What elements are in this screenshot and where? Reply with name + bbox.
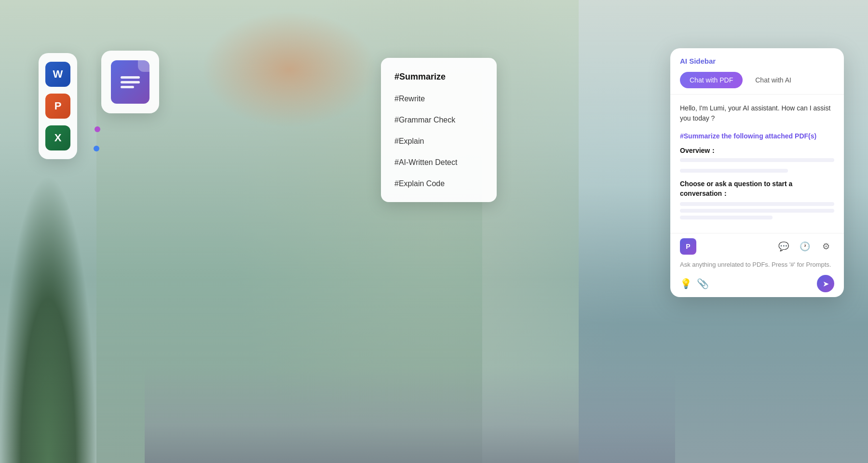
powerpoint-icon[interactable]: P <box>45 94 70 119</box>
overview-bar-2 <box>680 169 788 173</box>
answer-bar-2 <box>680 209 834 213</box>
connector-dot-blue <box>94 146 99 151</box>
hashtag-item-rewrite[interactable]: #Rewrite <box>381 88 497 109</box>
send-icon: ➤ <box>823 279 829 288</box>
hashtag-item-grammar-check[interactable]: #Grammar Check <box>381 109 497 131</box>
ai-sidebar-body: Hello, I'm Lumi, your AI assistant. How … <box>670 95 844 233</box>
pdf-icon-lines <box>121 76 140 88</box>
hashtag-item-explain-code[interactable]: #Explain Code <box>381 173 497 194</box>
laptop-decoration <box>145 367 675 463</box>
pdf-line-1 <box>121 76 140 79</box>
tab-row: Chat with PDF Chat with AI <box>680 72 834 88</box>
ai-greeting-text: Hello, I'm Lumi, your AI assistant. How … <box>680 103 834 123</box>
overview-label: Overview： <box>680 147 834 155</box>
pdf-line-3 <box>121 86 134 88</box>
hashtag-item-explain[interactable]: #Explain <box>381 131 497 152</box>
answer-bars <box>680 202 834 219</box>
hashtag-item-ai-written-detect[interactable]: #AI-Written Detect <box>381 152 497 173</box>
question-label: Choose or ask a question to start a conv… <box>680 179 834 198</box>
file-icons-panel: W P X <box>39 53 77 159</box>
excel-icon[interactable]: X <box>45 125 70 150</box>
tab-chat-ai[interactable]: Chat with AI <box>746 72 801 88</box>
plant-decoration <box>0 174 96 463</box>
question-section: Choose or ask a question to start a conv… <box>680 179 834 219</box>
connector-dot-purple <box>95 126 100 132</box>
summarize-link[interactable]: #Summarize the following attached PDF(s) <box>680 132 834 140</box>
settings-icon[interactable]: ⚙ <box>818 238 834 255</box>
bottom-actions-row: 💡 📎 ➤ <box>680 273 834 292</box>
hashtag-item-summarize[interactable]: #Summarize <box>381 66 497 88</box>
pdf-line-2 <box>121 81 140 83</box>
paperclip-icon[interactable]: 📎 <box>697 278 709 289</box>
ai-sidebar-panel: AI Sidebar Chat with PDF Chat with AI He… <box>670 48 844 297</box>
pdf-tool-panel <box>101 51 159 113</box>
chat-bubble-icon[interactable]: 💬 <box>775 238 792 255</box>
pdf-upload-button[interactable]: P <box>680 238 696 255</box>
send-button[interactable]: ➤ <box>817 275 834 292</box>
word-icon[interactable]: W <box>45 62 70 87</box>
lightbulb-icon[interactable]: 💡 <box>680 278 692 289</box>
answer-bar-3 <box>680 216 773 219</box>
ai-sidebar-title: AI Sidebar <box>680 57 834 65</box>
toolbar-row: P 💬 🕐 ⚙ <box>680 238 834 259</box>
overview-bar-1 <box>680 158 834 162</box>
clock-icon[interactable]: 🕐 <box>797 238 813 255</box>
pdf-large-icon <box>111 60 149 104</box>
ai-sidebar-footer: P 💬 🕐 ⚙ Ask anything unrelated to PDFs. … <box>670 233 844 297</box>
hashtag-menu-panel: #Summarize #Rewrite #Grammar Check #Expl… <box>381 58 497 202</box>
tab-chat-pdf[interactable]: Chat with PDF <box>680 72 743 88</box>
answer-bar-1 <box>680 202 834 206</box>
input-hint-text: Ask anything unrelated to PDFs. Press '#… <box>680 259 834 273</box>
ai-sidebar-header: AI Sidebar Chat with PDF Chat with AI <box>670 48 844 95</box>
